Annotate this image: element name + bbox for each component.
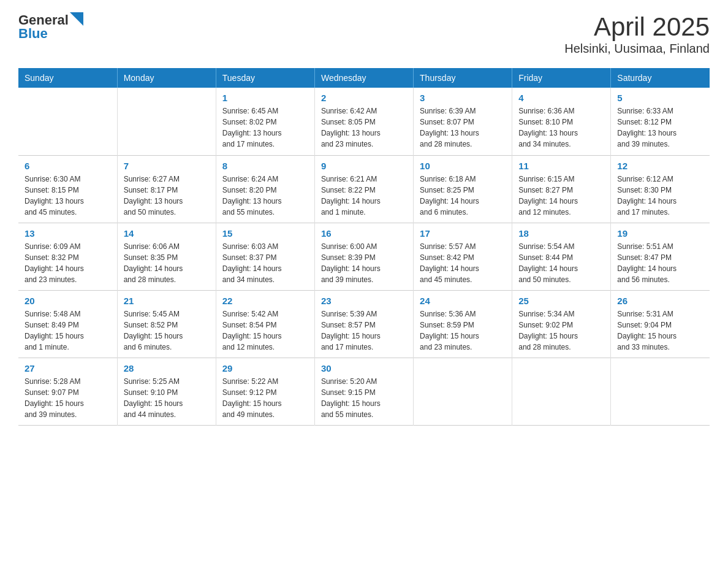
day-number: 7: [124, 161, 210, 171]
calendar-cell: 23Sunrise: 5:39 AM Sunset: 8:57 PM Dayli…: [314, 290, 413, 358]
day-number: 22: [222, 296, 308, 306]
calendar-cell: 4Sunrise: 6:36 AM Sunset: 8:10 PM Daylig…: [512, 88, 611, 155]
day-info: Sunrise: 5:31 AM Sunset: 9:04 PM Dayligh…: [617, 308, 703, 353]
day-number: 20: [25, 296, 111, 306]
day-info: Sunrise: 5:42 AM Sunset: 8:54 PM Dayligh…: [222, 308, 308, 353]
calendar-cell: 21Sunrise: 5:45 AM Sunset: 8:52 PM Dayli…: [117, 290, 216, 358]
day-info: Sunrise: 6:39 AM Sunset: 8:07 PM Dayligh…: [420, 105, 506, 150]
weekday-header-friday: Friday: [512, 68, 611, 88]
day-number: 24: [420, 296, 506, 306]
day-info: Sunrise: 6:12 AM Sunset: 8:30 PM Dayligh…: [617, 174, 703, 218]
calendar-cell: 12Sunrise: 6:12 AM Sunset: 8:30 PM Dayli…: [611, 155, 710, 223]
calendar-cell: 6Sunrise: 6:30 AM Sunset: 8:15 PM Daylig…: [18, 155, 117, 223]
day-number: 30: [321, 363, 407, 373]
day-number: 16: [321, 228, 407, 239]
day-info: Sunrise: 5:25 AM Sunset: 9:10 PM Dayligh…: [124, 376, 210, 420]
day-info: Sunrise: 5:45 AM Sunset: 8:52 PM Dayligh…: [124, 308, 210, 353]
calendar-cell: 8Sunrise: 6:24 AM Sunset: 8:20 PM Daylig…: [216, 155, 314, 223]
calendar-week-1: 1Sunrise: 6:45 AM Sunset: 8:02 PM Daylig…: [18, 88, 710, 155]
day-number: 1: [222, 93, 308, 103]
day-info: Sunrise: 6:42 AM Sunset: 8:05 PM Dayligh…: [321, 105, 407, 150]
weekday-header-tuesday: Tuesday: [216, 68, 314, 88]
day-number: 23: [321, 296, 407, 306]
calendar-cell: 26Sunrise: 5:31 AM Sunset: 9:04 PM Dayli…: [611, 290, 710, 358]
day-info: Sunrise: 6:18 AM Sunset: 8:25 PM Dayligh…: [420, 174, 506, 218]
day-number: 19: [617, 228, 703, 239]
day-info: Sunrise: 6:21 AM Sunset: 8:22 PM Dayligh…: [321, 174, 407, 218]
calendar-cell: [611, 358, 710, 425]
day-number: 15: [222, 228, 308, 239]
calendar-cell: 25Sunrise: 5:34 AM Sunset: 9:02 PM Dayli…: [512, 290, 611, 358]
day-number: 3: [420, 93, 506, 103]
weekday-header-monday: Monday: [117, 68, 216, 88]
day-info: Sunrise: 5:34 AM Sunset: 9:02 PM Dayligh…: [518, 308, 604, 353]
day-number: 14: [124, 228, 210, 239]
calendar-cell: [117, 88, 216, 155]
calendar-cell: 7Sunrise: 6:27 AM Sunset: 8:17 PM Daylig…: [117, 155, 216, 223]
calendar-header: SundayMondayTuesdayWednesdayThursdayFrid…: [18, 68, 710, 88]
calendar-cell: 27Sunrise: 5:28 AM Sunset: 9:07 PM Dayli…: [18, 358, 117, 425]
calendar-cell: 30Sunrise: 5:20 AM Sunset: 9:15 PM Dayli…: [314, 358, 413, 425]
day-info: Sunrise: 5:57 AM Sunset: 8:42 PM Dayligh…: [420, 241, 506, 285]
day-info: Sunrise: 6:36 AM Sunset: 8:10 PM Dayligh…: [518, 105, 604, 150]
day-number: 4: [518, 93, 604, 103]
calendar-cell: 20Sunrise: 5:48 AM Sunset: 8:49 PM Dayli…: [18, 290, 117, 358]
day-number: 17: [420, 228, 506, 239]
day-info: Sunrise: 5:28 AM Sunset: 9:07 PM Dayligh…: [25, 376, 111, 420]
weekday-header-row: SundayMondayTuesdayWednesdayThursdayFrid…: [18, 68, 710, 88]
day-number: 13: [25, 228, 111, 239]
page-header: General Blue April 2025 Helsinki, Uusima…: [18, 12, 710, 56]
calendar-week-5: 27Sunrise: 5:28 AM Sunset: 9:07 PM Dayli…: [18, 358, 710, 425]
weekday-header-wednesday: Wednesday: [314, 68, 413, 88]
calendar-cell: 28Sunrise: 5:25 AM Sunset: 9:10 PM Dayli…: [117, 358, 216, 425]
calendar-cell: [414, 358, 512, 425]
day-number: 5: [617, 93, 703, 103]
calendar-cell: [18, 88, 117, 155]
calendar-cell: 19Sunrise: 5:51 AM Sunset: 8:47 PM Dayli…: [611, 223, 710, 290]
calendar-table: SundayMondayTuesdayWednesdayThursdayFrid…: [18, 68, 710, 426]
calendar-cell: 17Sunrise: 5:57 AM Sunset: 8:42 PM Dayli…: [414, 223, 512, 290]
day-info: Sunrise: 6:00 AM Sunset: 8:39 PM Dayligh…: [321, 241, 407, 285]
calendar-body: 1Sunrise: 6:45 AM Sunset: 8:02 PM Daylig…: [18, 88, 710, 425]
day-info: Sunrise: 6:09 AM Sunset: 8:32 PM Dayligh…: [25, 241, 111, 285]
calendar-cell: 3Sunrise: 6:39 AM Sunset: 8:07 PM Daylig…: [414, 88, 512, 155]
svg-marker-0: [70, 12, 83, 26]
day-info: Sunrise: 5:20 AM Sunset: 9:15 PM Dayligh…: [321, 376, 407, 420]
calendar-cell: 13Sunrise: 6:09 AM Sunset: 8:32 PM Dayli…: [18, 223, 117, 290]
day-number: 6: [25, 161, 111, 171]
day-info: Sunrise: 6:30 AM Sunset: 8:15 PM Dayligh…: [25, 174, 111, 218]
calendar-cell: 18Sunrise: 5:54 AM Sunset: 8:44 PM Dayli…: [512, 223, 611, 290]
day-info: Sunrise: 5:36 AM Sunset: 8:59 PM Dayligh…: [420, 308, 506, 353]
calendar-cell: 10Sunrise: 6:18 AM Sunset: 8:25 PM Dayli…: [414, 155, 512, 223]
calendar-cell: 15Sunrise: 6:03 AM Sunset: 8:37 PM Dayli…: [216, 223, 314, 290]
day-number: 25: [518, 296, 604, 306]
calendar-cell: [512, 358, 611, 425]
logo: General Blue: [18, 12, 83, 42]
calendar-cell: 2Sunrise: 6:42 AM Sunset: 8:05 PM Daylig…: [314, 88, 413, 155]
calendar-cell: 5Sunrise: 6:33 AM Sunset: 8:12 PM Daylig…: [611, 88, 710, 155]
day-number: 29: [222, 363, 308, 373]
calendar-cell: 22Sunrise: 5:42 AM Sunset: 8:54 PM Dayli…: [216, 290, 314, 358]
day-info: Sunrise: 6:15 AM Sunset: 8:27 PM Dayligh…: [518, 174, 604, 218]
calendar-cell: 9Sunrise: 6:21 AM Sunset: 8:22 PM Daylig…: [314, 155, 413, 223]
day-info: Sunrise: 5:51 AM Sunset: 8:47 PM Dayligh…: [617, 241, 703, 285]
calendar-cell: 16Sunrise: 6:00 AM Sunset: 8:39 PM Dayli…: [314, 223, 413, 290]
calendar-cell: 24Sunrise: 5:36 AM Sunset: 8:59 PM Dayli…: [414, 290, 512, 358]
calendar-cell: 1Sunrise: 6:45 AM Sunset: 8:02 PM Daylig…: [216, 88, 314, 155]
day-info: Sunrise: 5:39 AM Sunset: 8:57 PM Dayligh…: [321, 308, 407, 353]
day-number: 9: [321, 161, 407, 171]
day-number: 18: [518, 228, 604, 239]
day-number: 12: [617, 161, 703, 171]
calendar-cell: 14Sunrise: 6:06 AM Sunset: 8:35 PM Dayli…: [117, 223, 216, 290]
day-info: Sunrise: 6:27 AM Sunset: 8:17 PM Dayligh…: [124, 174, 210, 218]
weekday-header-saturday: Saturday: [611, 68, 710, 88]
day-info: Sunrise: 6:33 AM Sunset: 8:12 PM Dayligh…: [617, 105, 703, 150]
day-info: Sunrise: 6:24 AM Sunset: 8:20 PM Dayligh…: [222, 174, 308, 218]
day-number: 10: [420, 161, 506, 171]
day-number: 27: [25, 363, 111, 373]
title-block: April 2025 Helsinki, Uusimaa, Finland: [564, 12, 710, 56]
day-number: 28: [124, 363, 210, 373]
day-info: Sunrise: 6:45 AM Sunset: 8:02 PM Dayligh…: [222, 105, 308, 150]
calendar-week-3: 13Sunrise: 6:09 AM Sunset: 8:32 PM Dayli…: [18, 223, 710, 290]
day-info: Sunrise: 5:54 AM Sunset: 8:44 PM Dayligh…: [518, 241, 604, 285]
